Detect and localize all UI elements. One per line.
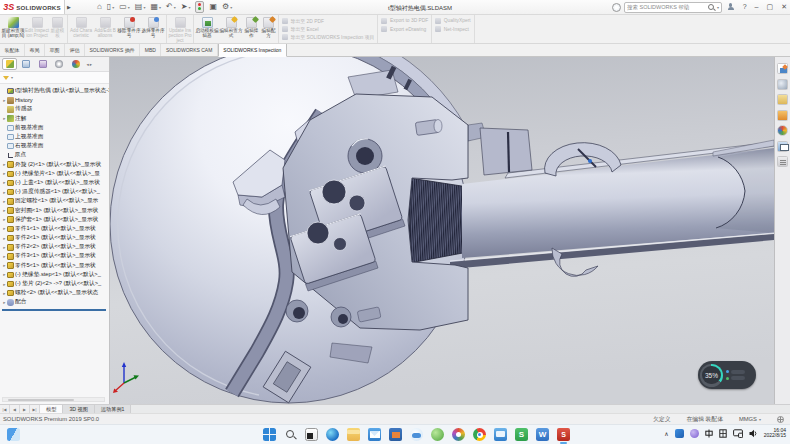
- ime-mode-icon[interactable]: [719, 429, 727, 438]
- rollback-bar[interactable]: [2, 309, 106, 311]
- dropdown-arrow-icon[interactable]: ▾: [159, 4, 161, 12]
- taskbar-icon-store[interactable]: [389, 428, 402, 441]
- viewport-3d[interactable]: 35%: [110, 57, 774, 404]
- home-tab[interactable]: [777, 63, 788, 74]
- tree-item[interactable]: t型轴衬热电偶 (默认<默认_显示状态-1: [2, 87, 109, 96]
- tree-item[interactable]: ▸固定螺栓<1> (默认<<默认>_显示: [2, 197, 109, 206]
- display-manager-tab[interactable]: [68, 58, 83, 70]
- tray-app-purple-icon[interactable]: [690, 429, 699, 438]
- model-threaded-section[interactable]: [407, 178, 469, 263]
- dropdown-arrow-icon[interactable]: ▾: [188, 4, 190, 12]
- scrollbar-thumb[interactable]: [8, 399, 74, 402]
- ribbon-tab-SOLIDWORKS 插件[interactable]: SOLIDWORKS 插件: [85, 44, 140, 56]
- doc-tab-3D 视图[interactable]: 3D 视图: [63, 405, 94, 413]
- tray-expand-icon[interactable]: ∧: [664, 430, 668, 437]
- add-edit-balloons-button[interactable]: Add/Edit Balloons: [93, 16, 117, 39]
- solidworks-logo[interactable]: 3S SOLIDWORKS: [0, 0, 65, 14]
- taskbar-icon-wheel[interactable]: [452, 428, 465, 441]
- taskbar-icon-win[interactable]: [263, 428, 276, 441]
- open-icon[interactable]: ▭▾: [119, 2, 130, 12]
- tree-item[interactable]: ▸零件3<1> (默认<<默认>_显示状: [2, 252, 109, 261]
- tree-item[interactable]: ▸外旋 (2)<1> (默认<<默认>_显示状: [2, 160, 109, 169]
- taskbar-icon-task[interactable]: [305, 428, 318, 441]
- dropdown-arrow-icon[interactable]: ▾: [230, 4, 232, 12]
- doc-tab-模型[interactable]: 模型: [40, 405, 63, 413]
- save-icon[interactable]: ▤▾: [135, 2, 146, 12]
- tree-item[interactable]: ▸(-) 温度传感器<1> (默认<<默认>_: [2, 188, 109, 197]
- tree-item[interactable]: ▸History: [2, 96, 109, 105]
- edit-operation-button[interactable]: 编辑操作: [243, 16, 260, 39]
- select-balloons-button[interactable]: 选择零件序号: [141, 16, 165, 39]
- new-template-button[interactable]: 新建模板: [49, 16, 66, 39]
- file-explorer-tab[interactable]: [777, 110, 788, 121]
- welcome-icon[interactable]: [612, 3, 621, 12]
- taskbar-icon-sw[interactable]: S: [557, 428, 570, 441]
- cast-icon[interactable]: [733, 429, 743, 438]
- taskbar-clock[interactable]: 16:04 2022/8/15: [764, 428, 786, 440]
- export-excel-button[interactable]: 导出至 Excel: [282, 26, 319, 32]
- tree-item[interactable]: ▸注解: [2, 114, 109, 123]
- edit-inspection-method-button[interactable]: 编辑检查方式: [219, 16, 243, 39]
- export-3d-pdf-button[interactable]: Export to 3D PDF: [381, 18, 428, 25]
- taskbar-icon-s[interactable]: S: [515, 428, 528, 441]
- export-edrawing-button[interactable]: Export eDrawing: [381, 26, 426, 33]
- dropdown-arrow-icon[interactable]: ▾: [143, 4, 145, 12]
- ribbon-tab-评估[interactable]: 评估: [65, 44, 85, 56]
- tree-item[interactable]: ▸零件2<2> (默认<<默认>_显示状: [2, 243, 109, 252]
- tab-scroll-prev[interactable]: ◀: [10, 405, 20, 413]
- new-inspection-project-button[interactable]: 新建检查项目 (amp;N): [1, 16, 25, 39]
- recorder-button-2[interactable]: [731, 376, 745, 380]
- feature-manager-tab[interactable]: [2, 58, 17, 70]
- edit-inspection-project-button[interactable]: Edit Inspection Project: [25, 16, 49, 39]
- tree-item[interactable]: 传感器: [2, 105, 109, 114]
- taskbar-icon-mail[interactable]: [368, 428, 381, 441]
- solidworks-resources-tab[interactable]: [777, 79, 788, 90]
- volume-icon[interactable]: [749, 429, 758, 438]
- panel-horizontal-scrollbar[interactable]: [2, 397, 105, 402]
- select-icon[interactable]: ➤▾: [181, 2, 191, 12]
- undo-icon[interactable]: ↶▾: [166, 2, 176, 12]
- launch-template-editor-button[interactable]: 启动模板编辑器: [195, 16, 219, 39]
- taskbar-icon-search[interactable]: [284, 428, 297, 441]
- home-icon[interactable]: ⌂: [97, 2, 102, 12]
- search-box[interactable]: 搜索 SOLIDWORKS 帮助 ▾: [624, 2, 722, 13]
- tray-app-blue-icon[interactable]: [675, 429, 684, 438]
- ribbon-tab-SOLIDWORKS CAM[interactable]: SOLIDWORKS CAM: [161, 44, 217, 56]
- taskbar-icon-folder[interactable]: [347, 428, 360, 441]
- tree-item[interactable]: ▸螺栓<2> (默认<<默认>_显示状态: [2, 289, 109, 298]
- filter-dropdown-icon[interactable]: ▾: [11, 75, 13, 80]
- export-sw-inspection-button[interactable]: 导出至 SOLIDWORKS Inspection 项目: [282, 34, 374, 40]
- dropdown-arrow-icon[interactable]: ▾: [174, 4, 176, 12]
- ribbon-tab-MBD[interactable]: MBD: [140, 44, 161, 56]
- tree-item[interactable]: ▸保护套<1> (默认<<默认>_显示状: [2, 215, 109, 224]
- remove-balloons-button[interactable]: 移除零件序号: [117, 16, 141, 39]
- tree-item[interactable]: 原点: [2, 151, 109, 160]
- tree-item[interactable]: 前视基准面: [2, 123, 109, 132]
- options-icon[interactable]: ⚙▾: [222, 2, 232, 12]
- tree-item[interactable]: ▸零件2<1> (默认<<默认>_显示状: [2, 234, 109, 243]
- add-characteristic-button[interactable]: Add Characteristic: [69, 16, 93, 39]
- file-properties-icon[interactable]: ▣: [209, 2, 217, 12]
- property-manager-tab[interactable]: [19, 58, 34, 70]
- ime-chinese-icon[interactable]: [705, 429, 713, 438]
- screen-recorder-overlay[interactable]: 35%: [698, 361, 756, 389]
- maximize-button[interactable]: ▢: [767, 1, 774, 13]
- tree-item[interactable]: ▸(-) 上盖<1> (默认<<默认>_显示状: [2, 178, 109, 187]
- dimxpert-manager-tab[interactable]: [52, 58, 67, 70]
- dropdown-arrow-icon[interactable]: ▾: [112, 4, 114, 12]
- taskbar-icon-chrome[interactable]: [473, 428, 486, 441]
- menu-expand-arrow[interactable]: ▶: [67, 4, 71, 10]
- taskbar-icon-green[interactable]: [431, 428, 444, 441]
- tab-scroll-next[interactable]: ▶: [20, 405, 30, 413]
- minimize-button[interactable]: –: [755, 1, 759, 13]
- tree-item[interactable]: 右视基准面: [2, 142, 109, 151]
- panel-tab-scroll-arrows[interactable]: ◂▸: [87, 62, 94, 67]
- status-item[interactable]: MMGS▾: [739, 416, 761, 422]
- dropdown-arrow-icon[interactable]: ▾: [128, 4, 130, 12]
- tree-item[interactable]: ▸配合: [2, 298, 109, 307]
- tab-scroll-last[interactable]: ▶|: [30, 405, 40, 413]
- help-button[interactable]: ?: [743, 1, 747, 13]
- tree-item[interactable]: 上视基准面: [2, 132, 109, 141]
- appearances-tab[interactable]: [777, 125, 788, 136]
- tree-item[interactable]: ▸密封圈<1> (默认<<默认>_显示状: [2, 206, 109, 215]
